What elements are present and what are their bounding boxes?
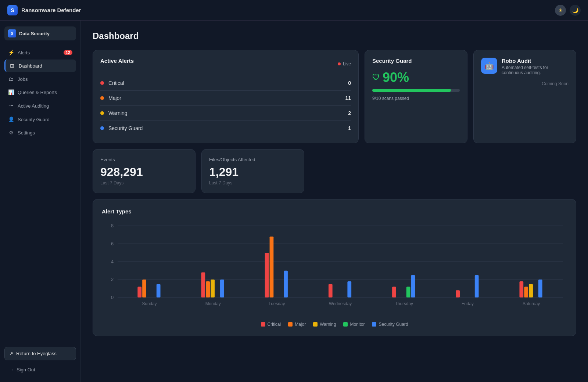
nav-label-jobs: Jobs: [18, 76, 28, 82]
svg-text:Thursday: Thursday: [395, 301, 413, 306]
chart-svg: 8 6 4 2 0 SundayMondayTuesdayWednesdayTh…: [102, 222, 567, 317]
svg-rect-11: [142, 280, 146, 298]
svg-rect-14: [201, 273, 205, 298]
active-alerts-card: Active Alerts Live Critical 0 Major: [93, 50, 359, 143]
nav-label-queries: Queries & Reports: [18, 90, 57, 95]
svg-rect-26: [392, 287, 396, 298]
svg-text:Tuesday: Tuesday: [269, 301, 285, 306]
svg-rect-10: [137, 287, 141, 298]
shield-icon: 🛡: [372, 73, 380, 82]
legend-monitor-label: Monitor: [350, 322, 365, 327]
legend-security-guard-label: Security Guard: [379, 322, 408, 327]
legend-warning-label: Warning: [320, 322, 336, 327]
alert-row-major: Major 11: [100, 91, 351, 106]
org-logo: S: [8, 29, 16, 37]
robo-audit-card: 🤖 Robo Audit Automated self-tests for co…: [473, 50, 576, 143]
sidebar-bottom: ↗ Return to Eyeglass → Sign Out: [0, 347, 80, 376]
security-guard-card: Security Guard 🛡 90% 9/10 scans passed: [365, 50, 467, 143]
svg-text:6: 6: [111, 241, 114, 246]
alerts-badge: 12: [64, 50, 72, 55]
legend-critical-label: Critical: [268, 322, 281, 327]
legend-warning-dot: [313, 322, 318, 327]
svg-rect-23: [329, 284, 333, 298]
events-label: Events: [100, 157, 188, 162]
sidebar-item-dashboard[interactable]: ⊞ Dashboard: [4, 60, 76, 72]
svg-rect-31: [475, 275, 479, 298]
settings-icon: ⚙: [8, 130, 14, 136]
progress-bar-fill: [372, 89, 451, 92]
empty-cell: [310, 149, 576, 193]
chart-area: 8 6 4 2 0 SundayMondayTuesdayWednesdayTh…: [102, 222, 567, 317]
files-affected-sub: Last 7 Days: [209, 180, 297, 185]
warning-count: 2: [348, 110, 351, 116]
sidebar-item-security-guard[interactable]: 👤 Security Guard: [4, 113, 76, 126]
legend-security-guard: Security Guard: [372, 322, 408, 327]
sidebar-item-settings[interactable]: ⚙ Settings: [4, 126, 76, 139]
legend-critical: Critical: [261, 322, 281, 327]
mid-row: Events 928,291 Last 7 Days Files/Objects…: [93, 149, 576, 193]
svg-rect-30: [456, 290, 460, 298]
svg-text:Friday: Friday: [462, 301, 474, 306]
security-guard-label: Security Guard: [108, 125, 348, 131]
percentage-value: 90%: [383, 70, 409, 85]
nav-label-dashboard: Dashboard: [19, 63, 42, 69]
files-affected-label: Files/Objects Affected: [209, 157, 297, 162]
org-name: Data Security: [19, 31, 50, 36]
files-affected-value: 1,291: [209, 165, 297, 179]
live-label: Live: [343, 61, 351, 66]
sidebar-org-section: S Data Security ⚡ Alerts 12 ⊞ Dashboard …: [0, 26, 80, 140]
svg-text:0: 0: [111, 295, 114, 300]
dark-theme-button[interactable]: 🌙: [570, 5, 581, 16]
sign-out-button[interactable]: → Sign Out: [4, 363, 76, 376]
critical-label: Critical: [108, 80, 348, 86]
major-count: 11: [345, 95, 351, 101]
light-theme-button[interactable]: ☀: [555, 5, 566, 16]
svg-rect-19: [265, 253, 269, 298]
legend-warning: Warning: [313, 322, 336, 327]
svg-rect-36: [538, 280, 542, 298]
return-label: Return to Eyeglass: [16, 351, 57, 356]
legend-critical-dot: [261, 322, 265, 327]
alert-row-security-guard: Security Guard 1: [100, 121, 351, 136]
svg-rect-12: [157, 284, 161, 298]
major-label: Major: [108, 95, 345, 101]
events-card: Events 928,291 Last 7 Days: [93, 149, 196, 193]
robo-info: Robo Audit Automated self-tests for cont…: [502, 58, 569, 75]
legend-major-label: Major: [295, 322, 306, 327]
live-badge: Live: [338, 61, 351, 66]
sidebar-item-alerts[interactable]: ⚡ Alerts 12: [4, 46, 76, 59]
warning-dot: [100, 111, 104, 115]
legend-monitor-dot: [343, 322, 348, 327]
svg-rect-21: [284, 271, 288, 298]
svg-rect-28: [411, 275, 415, 298]
scans-text: 9/10 scans passed: [372, 96, 409, 101]
svg-text:Wednesday: Wednesday: [329, 301, 352, 306]
nav-label-auditing: Active Auditing: [18, 103, 49, 109]
legend-major: Major: [288, 322, 306, 327]
svg-text:8: 8: [111, 223, 114, 228]
svg-text:2: 2: [111, 277, 114, 282]
nav-label-alerts: Alerts: [18, 50, 30, 55]
main-content: Dashboard Active Alerts Live Critical 0: [81, 21, 588, 382]
security-percentage: 🛡 90%: [372, 70, 460, 85]
svg-text:4: 4: [111, 259, 114, 264]
sidebar-item-active-auditing[interactable]: 〜 Active Auditing: [4, 99, 76, 112]
svg-text:Sunday: Sunday: [142, 301, 157, 306]
nav-label-settings: Settings: [18, 130, 35, 136]
robo-audit-icon: 🤖: [481, 58, 497, 74]
alerts-icon: ⚡: [8, 50, 14, 55]
sidebar-item-jobs[interactable]: 🗂 Jobs: [4, 73, 76, 85]
brand-name: Ransomware Defender: [21, 7, 81, 13]
svg-rect-20: [270, 237, 274, 298]
org-selector[interactable]: S Data Security: [4, 26, 76, 40]
sidebar-item-queries[interactable]: 📊 Queries & Reports: [4, 86, 76, 98]
alerts-card-header: Active Alerts Live: [100, 58, 351, 70]
security-guard-count: 1: [348, 125, 351, 131]
theme-controls: ☀ 🌙: [555, 5, 581, 16]
nav-label-security: Security Guard: [18, 117, 50, 122]
events-sub: Last 7 Days: [100, 180, 188, 185]
return-to-eyeglass-button[interactable]: ↗ Return to Eyeglass: [4, 347, 76, 360]
robo-title: Robo Audit: [502, 58, 569, 64]
active-alerts-title: Active Alerts: [100, 58, 134, 64]
svg-rect-17: [220, 280, 224, 298]
